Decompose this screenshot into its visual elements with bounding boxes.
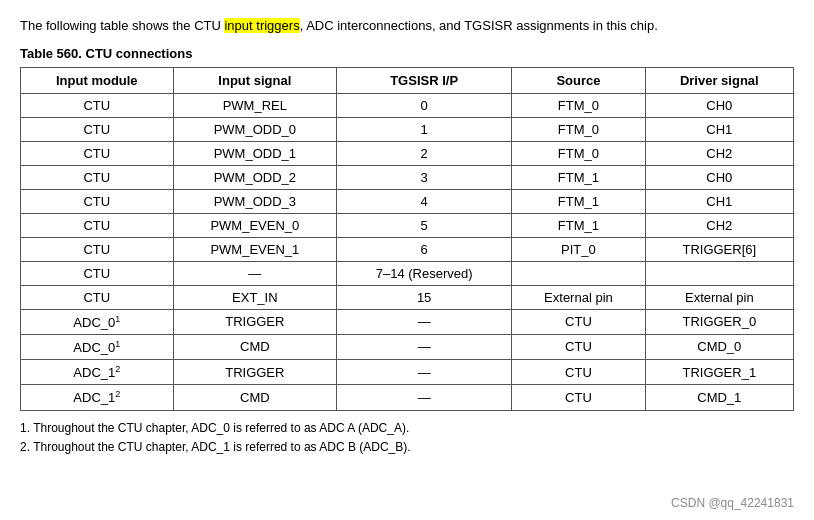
cell-source: CTU	[512, 360, 645, 385]
cell-source	[512, 261, 645, 285]
table-row: CTUPWM_EVEN_05FTM_1CH2	[21, 213, 794, 237]
cell-source: PIT_0	[512, 237, 645, 261]
cell-signal: PWM_EVEN_0	[173, 213, 336, 237]
table-row: CTUEXT_IN15External pinExternal pin	[21, 285, 794, 309]
table-header-row: Input module Input signal TGSISR I/P Sou…	[21, 67, 794, 93]
cell-module: CTU	[21, 189, 174, 213]
cell-tgsisr: 2	[337, 141, 512, 165]
cell-tgsisr: —	[337, 360, 512, 385]
cell-module: CTU	[21, 165, 174, 189]
table-row: ADC_12TRIGGER—CTUTRIGGER_1	[21, 360, 794, 385]
cell-driver: CH1	[645, 189, 793, 213]
col-header-input-signal: Input signal	[173, 67, 336, 93]
cell-source: CTU	[512, 385, 645, 410]
cell-driver: TRIGGER_1	[645, 360, 793, 385]
highlight-text: input triggers	[224, 18, 299, 33]
cell-driver: TRIGGER[6]	[645, 237, 793, 261]
cell-source: FTM_1	[512, 165, 645, 189]
cell-signal: PWM_ODD_0	[173, 117, 336, 141]
cell-signal: EXT_IN	[173, 285, 336, 309]
cell-tgsisr: 1	[337, 117, 512, 141]
footnote-2: 2. Throughout the CTU chapter, ADC_1 is …	[20, 438, 794, 457]
cell-signal: PWM_EVEN_1	[173, 237, 336, 261]
cell-source: FTM_0	[512, 93, 645, 117]
cell-tgsisr: 15	[337, 285, 512, 309]
cell-tgsisr: 4	[337, 189, 512, 213]
cell-tgsisr: 0	[337, 93, 512, 117]
cell-tgsisr: 7–14 (Reserved)	[337, 261, 512, 285]
cell-module: CTU	[21, 261, 174, 285]
cell-driver: CMD_0	[645, 334, 793, 359]
table-row: ADC_01CMD—CTUCMD_0	[21, 334, 794, 359]
col-header-driver-signal: Driver signal	[645, 67, 793, 93]
cell-tgsisr: 5	[337, 213, 512, 237]
cell-signal: TRIGGER	[173, 309, 336, 334]
cell-module: ADC_12	[21, 360, 174, 385]
cell-signal: PWM_REL	[173, 93, 336, 117]
cell-signal: CMD	[173, 334, 336, 359]
cell-tgsisr: —	[337, 334, 512, 359]
footnotes-section: 1. Throughout the CTU chapter, ADC_0 is …	[20, 419, 794, 457]
cell-signal: CMD	[173, 385, 336, 410]
col-header-source: Source	[512, 67, 645, 93]
cell-source: FTM_1	[512, 189, 645, 213]
table-row: CTUPWM_EVEN_16PIT_0TRIGGER[6]	[21, 237, 794, 261]
cell-module: ADC_01	[21, 309, 174, 334]
cell-driver	[645, 261, 793, 285]
watermark: CSDN @qq_42241831	[671, 496, 794, 510]
table-row: CTU—7–14 (Reserved)	[21, 261, 794, 285]
ctu-connections-table: Input module Input signal TGSISR I/P Sou…	[20, 67, 794, 411]
intro-text-after: , ADC interconnections, and TGSISR assig…	[300, 18, 658, 33]
table-row: ADC_01TRIGGER—CTUTRIGGER_0	[21, 309, 794, 334]
cell-module: CTU	[21, 237, 174, 261]
cell-module: CTU	[21, 93, 174, 117]
table-row: CTUPWM_ODD_23FTM_1CH0	[21, 165, 794, 189]
cell-module: CTU	[21, 285, 174, 309]
cell-tgsisr: 6	[337, 237, 512, 261]
cell-source: CTU	[512, 309, 645, 334]
cell-module: CTU	[21, 213, 174, 237]
cell-source: FTM_0	[512, 117, 645, 141]
cell-module: ADC_12	[21, 385, 174, 410]
cell-tgsisr: 3	[337, 165, 512, 189]
cell-module: CTU	[21, 117, 174, 141]
col-header-input-module: Input module	[21, 67, 174, 93]
table-row: ADC_12CMD—CTUCMD_1	[21, 385, 794, 410]
cell-driver: TRIGGER_0	[645, 309, 793, 334]
cell-signal: —	[173, 261, 336, 285]
intro-paragraph: The following table shows the CTU input …	[20, 16, 794, 36]
cell-source: CTU	[512, 334, 645, 359]
cell-driver: CH2	[645, 141, 793, 165]
cell-signal: PWM_ODD_2	[173, 165, 336, 189]
cell-driver: CH2	[645, 213, 793, 237]
cell-source: External pin	[512, 285, 645, 309]
cell-signal: TRIGGER	[173, 360, 336, 385]
cell-driver: CH0	[645, 93, 793, 117]
cell-source: FTM_0	[512, 141, 645, 165]
cell-module: CTU	[21, 141, 174, 165]
cell-signal: PWM_ODD_1	[173, 141, 336, 165]
table-row: CTUPWM_REL0FTM_0CH0	[21, 93, 794, 117]
table-row: CTUPWM_ODD_12FTM_0CH2	[21, 141, 794, 165]
cell-driver: CH0	[645, 165, 793, 189]
cell-driver: External pin	[645, 285, 793, 309]
table-caption: Table 560. CTU connections	[20, 46, 794, 61]
cell-source: FTM_1	[512, 213, 645, 237]
cell-tgsisr: —	[337, 385, 512, 410]
cell-tgsisr: —	[337, 309, 512, 334]
footnote-1: 1. Throughout the CTU chapter, ADC_0 is …	[20, 419, 794, 438]
cell-signal: PWM_ODD_3	[173, 189, 336, 213]
cell-driver: CH1	[645, 117, 793, 141]
cell-driver: CMD_1	[645, 385, 793, 410]
table-row: CTUPWM_ODD_34FTM_1CH1	[21, 189, 794, 213]
col-header-tgsisr: TGSISR I/P	[337, 67, 512, 93]
cell-module: ADC_01	[21, 334, 174, 359]
intro-text-before: The following table shows the CTU	[20, 18, 224, 33]
table-row: CTUPWM_ODD_01FTM_0CH1	[21, 117, 794, 141]
